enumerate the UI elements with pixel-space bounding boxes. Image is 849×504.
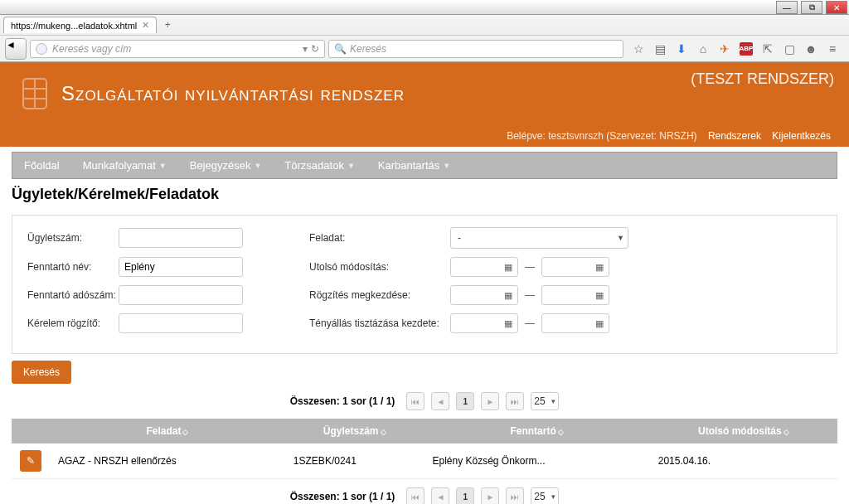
label-rogzites: Rögzítés megkezdése: [309,289,450,301]
cell-ugyletszam: 1SZEBK/0241 [285,443,424,479]
input-ugyletszam[interactable] [119,228,243,248]
pager-current[interactable]: 1 [456,487,474,504]
filter-panel: Ügyletszám: Feladat: - ▼ Fenntartó név: [12,215,837,354]
pager-first[interactable]: ⏮ [406,392,424,410]
pager-current[interactable]: 1 [456,392,474,410]
range-separator: — [525,317,535,329]
page-size-select[interactable]: 25▾ [531,487,559,504]
col-utolso[interactable]: Utolsó módosítás◇ [650,419,837,443]
address-bar[interactable]: Keresés vagy cím ▾ ↻ [30,40,325,58]
pager-last[interactable]: ⏭ [506,392,524,410]
chevron-down-icon: ▼ [443,162,450,170]
pager-next[interactable]: ► [481,487,499,504]
window-close-button[interactable]: ✕ [826,1,847,14]
input-tenyallas-from[interactable]: ▦ [450,313,518,333]
pager-prev[interactable]: ◄ [431,392,449,410]
main-menu: Főoldal Munkafolyamat▼ Bejegyzések▼ Törz… [12,152,837,179]
sort-icon: ◇ [182,428,188,436]
chevron-down-icon: ▼ [254,162,261,170]
sort-icon: ◇ [558,428,564,436]
window-maximize-button[interactable]: ⧉ [801,1,822,14]
link-logout[interactable]: Kijelentkezés [772,130,831,142]
calendar-icon: ▦ [504,262,512,273]
send-icon[interactable]: ✈ [718,42,731,56]
chat-icon[interactable]: ☻ [804,42,817,56]
page-size-select[interactable]: 25▾ [531,392,559,410]
menu-home[interactable]: Főoldal [12,153,71,178]
select-feladat-value: - [458,232,461,244]
note-icon[interactable]: ▢ [783,42,796,56]
calendar-icon: ▦ [595,262,604,273]
cell-fenntarto: Eplény Község Önkorm... [424,443,649,479]
chevron-down-icon: ▼ [159,162,167,170]
pager-next[interactable]: ► [481,392,499,410]
range-separator: — [525,261,535,273]
cell-utolso: 2015.04.16. [650,443,837,479]
search-button[interactable]: Keresés [12,361,71,384]
input-utolso-mod-to[interactable]: ▦ [541,257,609,277]
menu-maintenance[interactable]: Karbantartás▼ [366,153,462,178]
close-icon[interactable]: ✕ [142,20,149,31]
cell-feladat: AGAZ - NRSZH ellenőrzés [50,443,285,479]
globe-icon [36,43,47,55]
search-placeholder: Keresés [350,43,386,55]
share-icon[interactable]: ⇱ [761,42,774,56]
table-row: ✎ AGAZ - NRSZH ellenőrzés 1SZEBK/0241 Ep… [12,443,837,479]
label-tenyallas: Tényállás tisztázása kezdete: [309,317,450,329]
input-fenntarto-ado[interactable] [119,285,243,305]
login-prefix: Belépve: [507,130,546,142]
login-bar: Belépve: tesztsvnrszh (Szervezet: NRSZH)… [0,125,849,147]
col-ugyletszam[interactable]: Ügyletszám◇ [285,419,424,443]
pager-top: Összesen: 1 sor (1 / 1) ⏮ ◄ 1 ► ⏭ 25▾ [12,384,837,419]
select-feladat[interactable]: - ▼ [450,227,628,249]
pager-prev[interactable]: ◄ [431,487,449,504]
menu-icon[interactable]: ≡ [826,42,839,56]
home-icon[interactable]: ⌂ [696,42,710,56]
tab-title: https://mukeng...eladatok.xhtml [11,21,137,31]
new-tab-button[interactable]: + [160,17,175,32]
window-minimize-button[interactable]: — [776,1,798,14]
input-utolso-mod-from[interactable]: ▦ [450,257,518,277]
results-table: Feladat◇ Ügyletszám◇ Fenntartó◇ Utolsó m… [12,419,837,479]
link-systems[interactable]: Rendszerek [708,130,761,142]
reload-icon[interactable]: ↻ [311,43,319,55]
test-badge: (TESZT RENDSZER) [691,70,834,88]
input-fenntarto-nev[interactable] [119,257,243,277]
label-kerelem-rogz: Kérelem rögzítő: [27,317,119,329]
download-icon[interactable]: ⬇ [675,42,688,56]
calendar-icon: ▦ [504,290,512,301]
window-controls: — ⧉ ✕ [0,0,849,15]
page-heading: Ügyletek/Kérelmek/Feladatok [12,186,837,203]
adblock-icon[interactable]: ABP [740,42,753,56]
menu-masterdata[interactable]: Törzsadatok▼ [273,153,366,178]
pager-bottom: Összesen: 1 sor (1 / 1) ⏮ ◄ 1 ► ⏭ 25▾ [12,479,837,504]
crest-icon [18,74,51,114]
pager-first[interactable]: ⏮ [406,487,424,504]
toolbar-icons: ☆ ▤ ⬇ ⌂ ✈ ABP ⇱ ▢ ☻ ≡ [627,42,844,56]
login-user: tesztsvnrszh (Szervezet: NRSZH) [548,130,696,142]
back-button[interactable]: ◄ [5,38,27,60]
bookmark-icon[interactable]: ☆ [632,42,645,56]
input-rogzites-to[interactable]: ▦ [541,285,609,305]
sort-icon: ◇ [381,428,386,436]
col-fenntarto[interactable]: Fenntartó◇ [424,419,649,443]
pager-last[interactable]: ⏭ [506,487,524,504]
pager-summary: Összesen: 1 sor (1 / 1) [290,491,395,502]
edit-row-button[interactable]: ✎ [20,450,41,472]
calendar-icon: ▦ [595,318,604,329]
col-feladat[interactable]: Feladat◇ [50,419,285,443]
chevron-down-icon: ▼ [347,162,355,170]
browser-search[interactable]: 🔍 Keresés [328,40,623,58]
label-ugyletszam: Ügyletszám: [27,232,119,244]
app-title: Szolgáltatói nyilvántartási rendszer [61,82,405,105]
menu-workflow[interactable]: Munkafolyamat▼ [71,153,178,178]
menu-entries[interactable]: Bejegyzések▼ [178,153,274,178]
input-kerelem-rogz[interactable] [119,313,243,333]
chevron-down-icon: ▼ [617,234,624,242]
calendar-icon: ▦ [595,290,604,301]
calendar-icon: ▦ [504,318,512,329]
browser-tab[interactable]: https://mukeng...eladatok.xhtml ✕ [3,17,157,33]
input-rogzites-from[interactable]: ▦ [450,285,518,305]
input-tenyallas-to[interactable]: ▦ [541,313,609,333]
reader-icon[interactable]: ▤ [653,42,667,56]
